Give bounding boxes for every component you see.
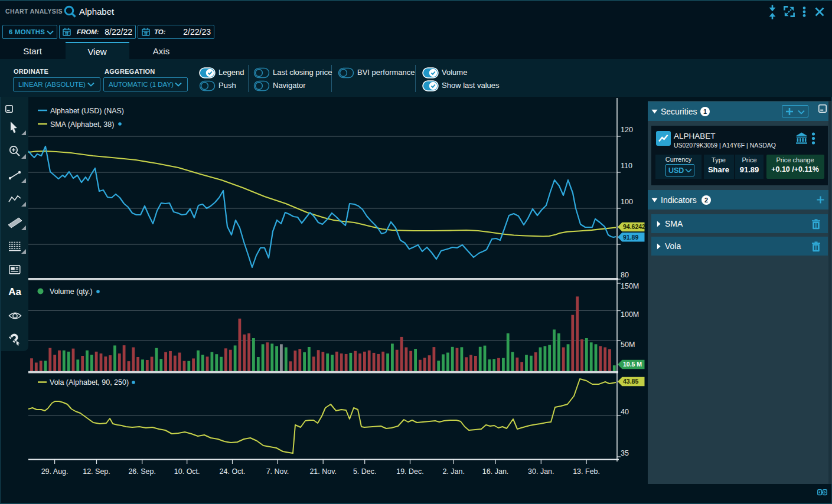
svg-text:43.85: 43.85 [623,378,638,385]
svg-text:13. Feb.: 13. Feb. [573,467,600,476]
svg-text:10. Oct.: 10. Oct. [174,467,200,476]
svg-text:80: 80 [621,271,629,279]
svg-text:110: 110 [621,162,632,170]
svg-text:150M: 150M [621,282,639,290]
svg-text:94.6242: 94.6242 [623,223,645,230]
svg-text:19. Dec.: 19. Dec. [396,467,424,476]
svg-text:Volume (qty.): Volume (qty.) [50,287,93,296]
svg-text:120: 120 [621,126,633,134]
svg-text:16. Jan.: 16. Jan. [482,467,508,476]
svg-text:91.89: 91.89 [623,234,638,241]
svg-text:100M: 100M [621,310,639,319]
svg-text:40: 40 [621,408,629,416]
svg-text:Alphabet (USD) (NAS): Alphabet (USD) (NAS) [50,107,124,115]
svg-text:5. Dec.: 5. Dec. [353,467,377,476]
svg-text:21. Nov.: 21. Nov. [309,467,337,476]
svg-text:24. Oct.: 24. Oct. [220,467,246,476]
svg-text:30. Jan.: 30. Jan. [528,467,554,476]
svg-text:100: 100 [621,198,633,206]
svg-text:35: 35 [621,449,629,457]
svg-text:10.5 M: 10.5 M [623,361,642,368]
svg-text:12. Sep.: 12. Sep. [83,467,110,476]
svg-text:50M: 50M [621,341,635,349]
svg-text:26. Sep.: 26. Sep. [128,467,156,476]
svg-text:Vola (Alphabet, 90, 250): Vola (Alphabet, 90, 250) [50,378,129,387]
svg-text:2. Jan.: 2. Jan. [442,467,465,476]
svg-text:29. Aug.: 29. Aug. [41,467,68,476]
svg-text:SMA (Alphabet, 38): SMA (Alphabet, 38) [50,120,114,129]
svg-text:7. Nov.: 7. Nov. [266,467,289,476]
